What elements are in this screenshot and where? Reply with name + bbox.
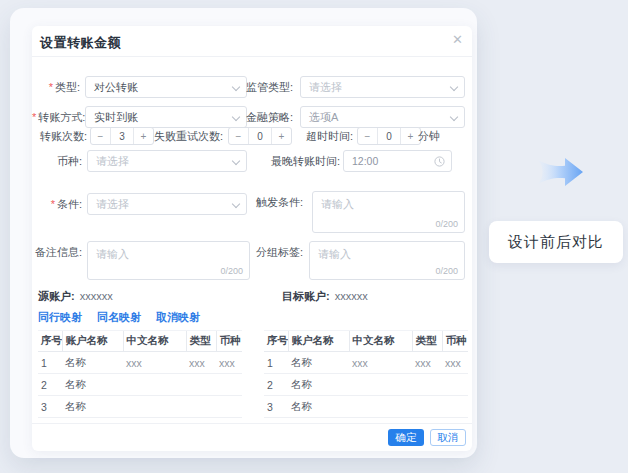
condition-placeholder: 请选择 [96, 197, 129, 212]
cell-currency [442, 374, 468, 396]
col-header: 序号 [38, 331, 62, 352]
target-account-value: xxxxxx [335, 290, 368, 302]
close-icon[interactable]: ✕ [452, 33, 463, 46]
source-account-label: 源账户: [38, 290, 75, 302]
regulatory-type-select[interactable]: 请选择 [300, 76, 465, 98]
cell-cn-name [349, 396, 412, 418]
currency-placeholder: 请选择 [96, 154, 129, 169]
trigger-condition-placeholder: 请输入 [321, 197, 354, 212]
table-row: 1 名称 xxx xxx xxx [38, 352, 242, 374]
financial-strategy-select[interactable]: 选项A [300, 106, 465, 128]
cell-cn-name: xxx [349, 352, 412, 374]
table-row: 3 名称 [38, 396, 242, 418]
cell-type [186, 374, 216, 396]
table-row: 2 名称 [264, 374, 468, 396]
required-mark: * [51, 198, 55, 210]
cell-index: 1 [264, 352, 288, 374]
cell-index: 2 [264, 374, 288, 396]
cancel-mapping-link[interactable]: 取消映射 [156, 310, 200, 325]
retry-count-stepper: − 0 + [228, 127, 292, 145]
timeout-label: 超时时间: [298, 127, 353, 145]
group-tag-label: 分组标签: [237, 241, 303, 263]
confirm-button[interactable]: 确定 [388, 429, 424, 446]
col-header: 币种 [442, 331, 468, 352]
table-header-row: 序号 账户名称 中文名称 类型 币种 [38, 331, 242, 352]
cell-account-name: 名称 [62, 374, 123, 396]
required-mark: * [32, 111, 36, 123]
condition-select[interactable]: 请选择 [87, 193, 247, 215]
latest-transfer-time-value: 12:00 [352, 155, 378, 167]
minus-button[interactable]: − [91, 128, 110, 144]
timeout-unit: 分钟 [418, 127, 440, 145]
cell-type: xxx [186, 352, 216, 374]
cell-currency [216, 396, 242, 418]
retry-count-value[interactable]: 0 [248, 128, 272, 144]
cell-currency [216, 374, 242, 396]
remark-label: 备注信息: [32, 241, 82, 263]
table-row: 2 名称 [38, 374, 242, 396]
clock-icon [434, 156, 445, 167]
timeout-value[interactable]: 0 [377, 128, 401, 144]
cell-cn-name [123, 374, 186, 396]
minus-button[interactable]: − [229, 128, 248, 144]
col-header: 币种 [216, 331, 242, 352]
group-tag-textarea[interactable]: 请输入 0/200 [309, 241, 465, 280]
cell-type [412, 374, 442, 396]
design-comparison-caption: 设计前后对比 [489, 221, 623, 263]
financial-strategy-value: 选项A [309, 110, 338, 125]
cell-currency [442, 396, 468, 418]
chevron-down-icon [450, 113, 458, 121]
condition-label: *条件: [32, 193, 82, 215]
char-counter: 0/200 [220, 266, 243, 276]
latest-transfer-time-input[interactable]: 12:00 [343, 150, 452, 172]
currency-select[interactable]: 请选择 [87, 150, 247, 172]
chevron-down-icon [450, 83, 458, 91]
plus-button[interactable]: + [272, 128, 291, 144]
footer-divider [32, 423, 472, 424]
col-header: 序号 [264, 331, 288, 352]
chevron-down-icon [232, 157, 240, 165]
required-mark: * [49, 81, 53, 93]
header-divider [32, 56, 472, 57]
regulatory-type-placeholder: 请选择 [309, 80, 342, 95]
cell-index: 2 [38, 374, 62, 396]
remark-textarea[interactable]: 请输入 0/200 [87, 241, 250, 280]
latest-transfer-time-label: 最晚转账时间: [252, 150, 340, 172]
transfer-method-value: 实时到账 [94, 110, 138, 125]
source-account: 源账户:xxxxxx [38, 289, 113, 304]
cell-currency: xxx [216, 352, 242, 374]
mapping-links: 同行映射 同名映射 取消映射 [38, 310, 200, 325]
source-account-value: xxxxxx [80, 290, 113, 302]
target-account: 目标账户:xxxxxx [282, 289, 368, 304]
table-header-row: 序号 账户名称 中文名称 类型 币种 [264, 331, 468, 352]
cell-account-name: 名称 [62, 352, 123, 374]
minus-button[interactable]: − [358, 128, 377, 144]
financial-strategy-label: 金融策略: [222, 106, 293, 128]
transfer-count-label: 转账次数: [32, 127, 87, 145]
timeout-stepper: − 0 + [357, 127, 421, 145]
regulatory-type-label: 监管类型: [222, 76, 293, 98]
transfer-method-label: *转账方式: [32, 106, 80, 128]
char-counter: 0/200 [435, 219, 458, 229]
same-name-mapping-link[interactable]: 同名映射 [97, 310, 141, 325]
cell-currency: xxx [442, 352, 468, 374]
col-header: 类型 [186, 331, 216, 352]
cell-cn-name [123, 396, 186, 418]
trigger-condition-label: 触发条件: [237, 191, 303, 213]
cell-account-name: 名称 [288, 374, 349, 396]
cell-cn-name [349, 374, 412, 396]
table-row: 1 名称 xxx xxx xxx [264, 352, 468, 374]
cell-index: 3 [264, 396, 288, 418]
group-tag-placeholder: 请输入 [318, 247, 351, 262]
transfer-count-value[interactable]: 3 [110, 128, 134, 144]
transfer-amount-dialog: 设置转账金额 ✕ *类型: 对公转账 监管类型: 请选择 *转账方式: 实时到账… [32, 26, 472, 451]
remark-placeholder: 请输入 [96, 247, 129, 262]
cell-type [412, 396, 442, 418]
peer-mapping-link[interactable]: 同行映射 [38, 310, 82, 325]
retry-count-label: 失败重试次数: [142, 127, 223, 145]
cancel-button[interactable]: 取消 [430, 429, 466, 446]
arrow-right-icon [537, 151, 584, 193]
trigger-condition-textarea[interactable]: 请输入 0/200 [312, 191, 465, 233]
source-account-table: 序号 账户名称 中文名称 类型 币种 1 名称 xxx xxx xxx 2 名称 [38, 330, 242, 418]
col-header: 账户名称 [288, 331, 349, 352]
